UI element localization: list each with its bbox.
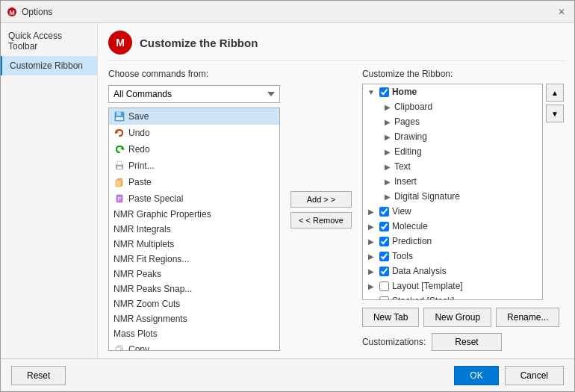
undo-icon: [114, 127, 125, 139]
tree-item-insert[interactable]: ▶ Insert: [363, 174, 542, 189]
rename-button[interactable]: Rename...: [496, 308, 559, 327]
list-item-label: Redo: [128, 144, 150, 155]
sidebar-item-customize-ribbon[interactable]: Customize Ribbon: [1, 56, 97, 75]
tree-item-label: Digital Signature: [394, 191, 460, 202]
tree-item-label: Data Analysis: [392, 266, 447, 276]
list-item-label: NMR Peaks Snap...: [114, 284, 192, 294]
list-item-label: NMR Fit Regions...: [114, 254, 189, 264]
tree-item-prediction[interactable]: ▶ Prediction: [363, 234, 542, 249]
prediction-checkbox[interactable]: [379, 237, 389, 246]
commands-list[interactable]: Save Undo: [108, 108, 280, 351]
list-item[interactable]: P Paste Special: [109, 190, 279, 207]
footer-reset-button[interactable]: Reset: [11, 366, 66, 385]
copy-icon: [114, 343, 125, 351]
tree-item-layout[interactable]: ▶ Layout [Template]: [363, 279, 542, 293]
list-item[interactable]: Copy: [109, 341, 279, 351]
list-item-label: NMR Assignments: [114, 314, 187, 324]
print-icon: [114, 160, 125, 172]
list-item[interactable]: NMR Integrals: [109, 222, 279, 237]
list-item[interactable]: Save: [109, 108, 279, 125]
chevron-icon: ▶: [382, 148, 393, 156]
new-group-button[interactable]: New Group: [423, 308, 491, 327]
list-item[interactable]: NMR Multiplets: [109, 237, 279, 252]
list-item[interactable]: Mass Plots: [109, 326, 279, 341]
tree-item-clipboard[interactable]: ▶ Clipboard: [363, 99, 542, 114]
list-item[interactable]: NMR Graphic Properties: [109, 207, 279, 222]
add-button[interactable]: Add > >: [290, 191, 352, 208]
list-item[interactable]: NMR Zoom Cuts: [109, 296, 279, 311]
tree-item-data-analysis[interactable]: ▶ Data Analysis: [363, 264, 542, 279]
tree-item-home[interactable]: ▼ Home: [363, 84, 542, 99]
list-item[interactable]: Redo: [109, 141, 279, 158]
svg-text:P: P: [118, 196, 122, 202]
layout-checkbox[interactable]: [379, 281, 389, 291]
tree-item-label: Insert: [394, 176, 417, 187]
home-checkbox[interactable]: [379, 87, 389, 97]
molecule-checkbox[interactable]: [379, 222, 389, 231]
chevron-icon: ▶: [382, 193, 393, 201]
tree-item-drawing[interactable]: ▶ Drawing: [363, 129, 542, 144]
tree-item-label: Text: [394, 161, 411, 172]
title-bar-left: M Options: [7, 7, 52, 17]
list-item[interactable]: NMR Assignments: [109, 311, 279, 326]
list-item-label: NMR Peaks: [114, 269, 161, 279]
list-item-label: Mass Plots: [114, 329, 158, 339]
chevron-icon: ▼: [366, 88, 376, 96]
tools-checkbox[interactable]: [379, 252, 389, 261]
list-item[interactable]: Paste: [109, 174, 279, 190]
ok-button[interactable]: OK: [454, 366, 498, 385]
main-header: M Customize the Ribbon: [108, 31, 564, 61]
close-button[interactable]: ✕: [555, 7, 568, 17]
ribbon-tree[interactable]: ▼ Home ▶ Clipboard: [362, 84, 543, 300]
list-item[interactable]: NMR Fit Regions...: [109, 252, 279, 267]
tree-item-text[interactable]: ▶ Text: [363, 159, 542, 174]
tree-item-label: Prediction: [392, 236, 432, 246]
tree-item-tools[interactable]: ▶ Tools: [363, 249, 542, 264]
tree-item-view[interactable]: ▶ View: [363, 204, 542, 219]
cancel-button[interactable]: Cancel: [505, 366, 564, 385]
remove-button[interactable]: < < Remove: [290, 212, 352, 228]
tree-item-editing[interactable]: ▶ Editing: [363, 144, 542, 159]
customizations-reset-button[interactable]: Reset: [432, 333, 501, 351]
svg-rect-11: [116, 180, 121, 187]
commands-label: Choose commands from:: [108, 69, 280, 79]
tree-item-label: Editing: [394, 146, 422, 157]
tree-item-label: Stacked [Stack]: [392, 296, 454, 300]
commands-dropdown[interactable]: All Commands Popular Commands Commands N…: [108, 85, 280, 103]
stacked-checkbox[interactable]: [379, 296, 389, 301]
sidebar-item-quick-access[interactable]: Quick Access Toolbar: [1, 26, 97, 56]
ribbon-action-buttons: New Tab New Group Rename...: [362, 308, 564, 327]
list-item-label: Undo: [128, 128, 150, 138]
chevron-icon: ▶: [366, 237, 376, 246]
list-item[interactable]: Print...: [109, 158, 279, 174]
dialog-body: Quick Access Toolbar Customize Ribbon M …: [1, 23, 574, 358]
tree-item-stacked[interactable]: ▶ Stacked [Stack]: [363, 293, 542, 300]
chevron-icon: ▶: [366, 297, 376, 301]
tree-item-digital-sig[interactable]: ▶ Digital Signature: [363, 189, 542, 204]
new-tab-button[interactable]: New Tab: [362, 308, 419, 327]
chevron-icon: ▶: [382, 118, 393, 126]
list-item-label: NMR Zoom Cuts: [114, 299, 180, 309]
tree-item-label: Molecule: [392, 221, 428, 231]
left-panel: Choose commands from: All Commands Popul…: [108, 69, 280, 351]
scroll-down-button[interactable]: ▼: [546, 105, 564, 122]
list-item[interactable]: NMR Peaks Snap...: [109, 281, 279, 296]
list-item[interactable]: Undo: [109, 125, 279, 141]
scroll-controls: ▲ ▼: [546, 84, 564, 300]
chevron-icon: ▶: [382, 163, 393, 171]
customizations-row: Customizations: Reset: [362, 333, 564, 351]
chevron-icon: ▶: [366, 267, 376, 276]
list-item[interactable]: NMR Peaks: [109, 267, 279, 281]
data-analysis-checkbox[interactable]: [379, 267, 389, 276]
list-item-label: NMR Multiplets: [114, 239, 174, 249]
scroll-up-button[interactable]: ▲: [546, 84, 564, 102]
view-checkbox[interactable]: [379, 207, 389, 217]
chevron-icon: ▶: [366, 223, 376, 231]
tree-item-molecule[interactable]: ▶ Molecule: [363, 219, 542, 234]
main-content: M Customize the Ribbon Choose commands f…: [98, 23, 574, 358]
tree-item-label: Drawing: [394, 131, 427, 142]
right-panel: Customize the Ribbon: ▼ Home: [362, 69, 564, 351]
tree-item-pages[interactable]: ▶ Pages: [363, 114, 542, 129]
list-item-label: Paste: [128, 177, 152, 187]
tree-item-label: View: [392, 206, 411, 217]
